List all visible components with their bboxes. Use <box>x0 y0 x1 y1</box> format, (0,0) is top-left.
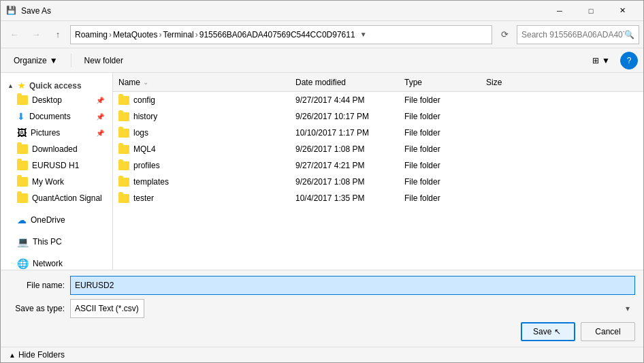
folder-icon-documents: ⬇ <box>17 111 25 122</box>
file-type: File folder <box>404 161 486 170</box>
breadcrumb-item-roaming[interactable]: Roaming <box>75 30 108 40</box>
quick-access-label[interactable]: Quick access <box>29 81 82 91</box>
breadcrumb-dropdown-button[interactable]: ▼ <box>357 25 370 44</box>
network-icon: 🌐 <box>17 258 29 269</box>
sidebar-label-eurusd: EURUSD H1 <box>32 161 79 170</box>
folder-sm-icon <box>118 194 129 203</box>
refresh-button[interactable]: ⟳ <box>495 25 514 44</box>
sidebar-item-mywork[interactable]: My Work <box>1 174 112 190</box>
search-input[interactable] <box>521 30 624 40</box>
breadcrumb-item-metaquotes[interactable]: MetaQuotes <box>113 30 157 40</box>
organize-label: Organize <box>14 56 47 65</box>
new-folder-label: New folder <box>84 56 123 65</box>
file-date: 9/26/2017 1:08 PM <box>295 177 404 187</box>
forward-button[interactable]: → <box>27 25 46 44</box>
sidebar-item-pictures[interactable]: 🖼 Pictures 📌 <box>1 125 112 141</box>
file-date: 10/10/2017 1:17 PM <box>295 128 404 138</box>
quick-access-header: ▲ ★ Quick access <box>1 78 112 92</box>
file-name: history <box>133 112 157 121</box>
table-row[interactable]: config 9/27/2017 4:44 PM File folder <box>113 92 643 108</box>
organize-button[interactable]: Organize ▼ <box>6 52 65 69</box>
table-row[interactable]: templates 9/26/2017 1:08 PM File folder <box>113 174 643 190</box>
back-button[interactable]: ← <box>5 25 24 44</box>
sidebar-label-documents: Documents <box>29 112 71 121</box>
sidebar-label-thispc: This PC <box>33 237 62 247</box>
sidebar-item-downloaded[interactable]: Downloaded <box>1 141 112 157</box>
maximize-button[interactable]: □ <box>575 1 607 21</box>
titlebar-icon: 💾 <box>6 5 17 16</box>
table-row[interactable]: profiles 9/27/2017 4:21 PM File folder <box>113 157 643 174</box>
up-button[interactable]: ↑ <box>48 25 67 44</box>
hide-folders-label[interactable]: Hide Folders <box>18 350 65 360</box>
folder-sm-icon <box>118 129 129 138</box>
sidebar-label-downloaded: Downloaded <box>32 144 78 154</box>
table-row[interactable]: tester 10/4/2017 1:35 PM File folder <box>113 190 643 206</box>
titlebar-title: Save As <box>21 6 544 16</box>
sidebar: ▲ ★ Quick access Desktop 📌 ⬇ Documents 📌… <box>1 73 113 270</box>
hide-folders-icon: ▲ <box>9 351 16 359</box>
folder-sm-icon <box>118 161 129 170</box>
folder-icon-pictures: 🖼 <box>17 127 27 138</box>
savetype-select-wrap: ASCII Text (*.csv) <box>70 299 635 318</box>
table-row[interactable]: history 9/26/2017 10:17 PM File folder <box>113 108 643 125</box>
sidebar-item-eurusd[interactable]: EURUSD H1 <box>1 157 112 174</box>
file-date: 9/27/2017 4:44 PM <box>295 95 404 105</box>
breadcrumb-bar[interactable]: Roaming › MetaQuotes › Terminal › 915566… <box>70 25 492 44</box>
pin-icon-pictures: 📌 <box>96 129 104 137</box>
col-header-type[interactable]: Type <box>404 78 486 87</box>
filename-label: File name: <box>9 281 70 290</box>
toolbar: Organize ▼ New folder ⊞ ▼ ? <box>1 48 643 73</box>
col-header-size[interactable]: Size <box>486 78 541 87</box>
file-name: templates <box>133 177 169 187</box>
hide-folders-bar: ▲ Hide Folders <box>1 347 643 362</box>
view-button[interactable]: ⊞ ▼ <box>585 52 617 69</box>
sidebar-item-documents[interactable]: ⬇ Documents 📌 <box>1 108 112 125</box>
savetype-label: Save as type: <box>9 304 70 313</box>
file-rows-container: config 9/27/2017 4:44 PM File folder his… <box>113 92 643 206</box>
col-header-name[interactable]: Name ⌄ <box>118 78 295 87</box>
folder-icon-quantaction <box>17 193 28 203</box>
sidebar-divider-2 <box>1 228 112 234</box>
file-type: File folder <box>404 112 486 121</box>
file-type: File folder <box>404 144 486 154</box>
file-name: config <box>133 95 155 105</box>
table-row[interactable]: logs 10/10/2017 1:17 PM File folder <box>113 125 643 141</box>
savetype-row: Save as type: ASCII Text (*.csv) <box>9 299 635 318</box>
breadcrumb-item-id[interactable]: 915566BA06ADA407569C544CC0D97611 <box>199 30 355 40</box>
save-button[interactable]: Save ↖ <box>521 322 575 341</box>
savetype-select[interactable]: ASCII Text (*.csv) <box>70 299 144 318</box>
folder-sm-icon <box>118 145 129 154</box>
sidebar-label-pictures: Pictures <box>31 128 60 138</box>
folder-sm-icon <box>118 178 129 187</box>
search-icon: 🔍 <box>624 30 634 40</box>
sidebar-item-quantaction[interactable]: QuantAction Signal <box>1 190 112 206</box>
sidebar-item-desktop[interactable]: Desktop 📌 <box>1 92 112 108</box>
breadcrumb-item-terminal[interactable]: Terminal <box>163 30 193 40</box>
sidebar-item-network[interactable]: 🌐 Network <box>1 255 112 270</box>
folder-icon-mywork <box>17 177 28 187</box>
save-label: Save <box>533 327 551 336</box>
file-name: logs <box>133 128 148 138</box>
file-type: File folder <box>404 128 486 138</box>
sidebar-item-thispc[interactable]: 💻 This PC <box>1 234 112 250</box>
sidebar-item-onedrive[interactable]: ☁ OneDrive <box>1 212 112 228</box>
sidebar-label-quantaction: QuantAction Signal <box>32 193 102 203</box>
bottom-bar: File name: Save as type: ASCII Text (*.c… <box>1 270 643 347</box>
file-date: 10/4/2017 1:35 PM <box>295 193 404 203</box>
col-header-date[interactable]: Date modified <box>295 78 404 87</box>
star-icon: ★ <box>18 81 25 91</box>
file-list: Name ⌄ Date modified Type Size config 9/… <box>113 73 643 270</box>
minimize-button[interactable]: ─ <box>544 1 575 21</box>
table-row[interactable]: MQL4 9/26/2017 1:08 PM File folder <box>113 141 643 157</box>
new-folder-button[interactable]: New folder <box>77 52 131 69</box>
addressbar: ← → ↑ Roaming › MetaQuotes › Terminal › … <box>1 21 643 48</box>
cancel-button[interactable]: Cancel <box>581 322 635 341</box>
sidebar-divider-3 <box>1 250 112 255</box>
file-name: profiles <box>133 161 160 170</box>
folder-sm-icon <box>118 112 129 121</box>
filename-input[interactable] <box>70 276 635 295</box>
pin-icon-desktop: 📌 <box>96 97 104 104</box>
close-button[interactable]: ✕ <box>607 1 638 21</box>
onedrive-icon: ☁ <box>17 215 27 225</box>
help-button[interactable]: ? <box>620 52 638 69</box>
